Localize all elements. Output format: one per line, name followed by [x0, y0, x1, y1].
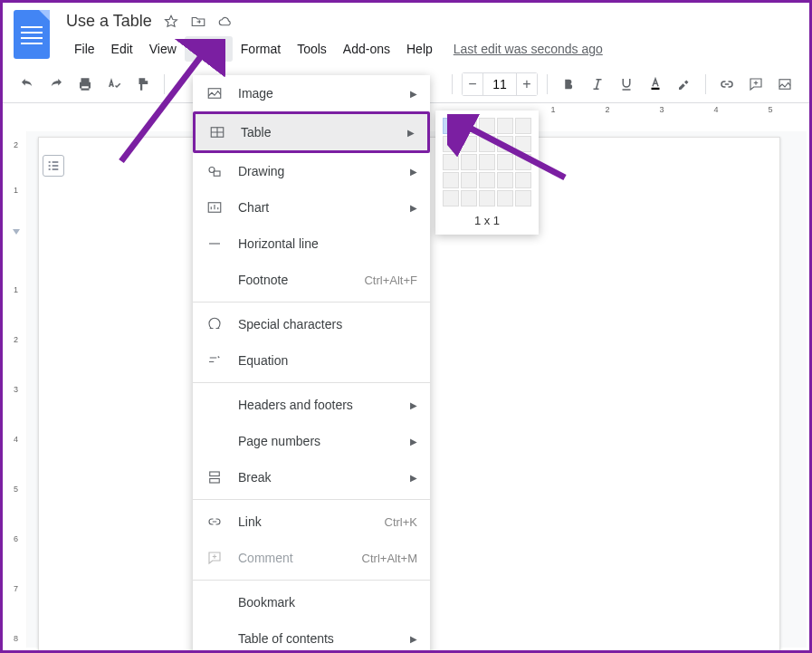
menu-format[interactable]: Format [233, 36, 289, 62]
highlight-button[interactable] [673, 72, 696, 96]
menu-item-link[interactable]: Link Ctrl+K [193, 504, 430, 540]
link-icon [205, 513, 224, 531]
insert-link-button[interactable] [715, 72, 739, 96]
ruler-tick: 4 [713, 105, 718, 114]
font-size-stepper[interactable]: − 11 + [462, 72, 538, 96]
menu-item-chart[interactable]: Chart ▶ [193, 189, 430, 226]
menu-view[interactable]: View [141, 36, 185, 62]
submenu-arrow-icon: ▶ [407, 128, 415, 138]
table-picker-cell[interactable] [515, 136, 531, 152]
menu-help[interactable]: Help [398, 36, 441, 62]
text-color-button[interactable] [644, 72, 667, 96]
insert-image-button[interactable] [773, 72, 797, 96]
ruler-vertical[interactable]: 2 1 1 2 3 4 5 6 7 8 [5, 131, 27, 648]
table-picker-cell[interactable] [443, 172, 459, 188]
last-edit-link[interactable]: Last edit was seconds ago [454, 42, 603, 56]
ruler-mark: 4 [14, 435, 18, 444]
table-picker-cell[interactable] [461, 136, 477, 152]
menu-item-page-numbers[interactable]: Page numbers ▶ [193, 423, 430, 459]
headers-footers-icon [205, 396, 224, 414]
table-icon [208, 123, 226, 141]
spellcheck-button[interactable] [102, 72, 126, 96]
move-folder-icon[interactable] [190, 14, 206, 30]
ruler-indent-marker[interactable] [13, 229, 20, 235]
add-comment-button[interactable] [744, 72, 768, 96]
ruler-horizontal[interactable]: 1 2 3 4 5 [55, 103, 809, 120]
document-title[interactable]: Use a Table [66, 12, 152, 31]
font-size-increase[interactable]: + [516, 72, 538, 96]
drawing-icon [205, 162, 224, 180]
cloud-status-icon[interactable] [217, 14, 234, 30]
shortcut-label: Ctrl+Alt+F [364, 274, 417, 287]
menu-item-special-characters[interactable]: Special characters [193, 306, 430, 342]
table-picker-cell[interactable] [497, 136, 513, 152]
table-picker-cell[interactable] [443, 154, 459, 170]
menu-edit[interactable]: Edit [103, 36, 141, 62]
table-picker-cell[interactable] [479, 154, 495, 170]
paint-format-button[interactable] [131, 72, 155, 96]
table-picker-cell[interactable] [443, 136, 459, 152]
menu-item-footnote[interactable]: Footnote Ctrl+Alt+F [193, 262, 430, 298]
google-docs-logo[interactable] [14, 10, 50, 59]
menu-file[interactable]: File [66, 36, 103, 62]
menu-separator [193, 302, 430, 302]
menu-item-table-of-contents[interactable]: Table of contents ▶ [193, 620, 430, 653]
menu-item-headers-footers[interactable]: Headers and footers ▶ [193, 387, 430, 423]
menu-separator [193, 499, 430, 500]
table-picker-cell[interactable] [515, 190, 531, 206]
table-picker-cell[interactable] [497, 118, 513, 134]
shortcut-label: Ctrl+K [385, 515, 417, 529]
table-size-picker[interactable]: 1 x 1 [435, 110, 539, 235]
undo-button[interactable] [15, 72, 39, 96]
ruler-mark: 2 [14, 335, 18, 344]
table-picker-cell[interactable] [515, 118, 531, 134]
font-size-decrease[interactable]: − [462, 72, 483, 96]
table-picker-size-label: 1 x 1 [443, 206, 531, 227]
submenu-arrow-icon: ▶ [410, 167, 417, 177]
underline-button[interactable] [615, 72, 638, 96]
document-outline-toggle[interactable] [43, 155, 64, 177]
table-picker-cell[interactable] [443, 190, 459, 206]
bold-button[interactable] [557, 72, 580, 96]
menu-item-drawing[interactable]: Drawing ▶ [193, 153, 430, 189]
menu-item-horizontal-line[interactable]: Horizontal line [193, 226, 430, 262]
table-picker-cell[interactable] [515, 172, 531, 188]
table-picker-cell[interactable] [479, 118, 495, 134]
hr-icon [205, 235, 224, 253]
print-button[interactable] [73, 72, 97, 96]
svg-rect-5 [214, 171, 220, 176]
table-picker-cell[interactable] [515, 154, 531, 170]
footnote-icon [205, 271, 224, 289]
menu-item-image[interactable]: Image ▶ [193, 75, 430, 111]
italic-button[interactable] [586, 72, 609, 96]
font-size-value[interactable]: 11 [483, 72, 516, 96]
table-picker-cell[interactable] [461, 118, 477, 134]
special-chars-icon [205, 315, 224, 333]
menu-item-label: Footnote [238, 273, 349, 287]
menu-item-label: Table [241, 125, 393, 139]
table-picker-cell[interactable] [497, 154, 513, 170]
table-picker-cell[interactable] [479, 190, 495, 206]
page-numbers-icon [205, 432, 224, 450]
menu-separator [193, 580, 430, 581]
menu-item-equation[interactable]: Equation [193, 342, 430, 379]
menu-addons[interactable]: Add-ons [335, 36, 398, 62]
menu-item-label: Break [238, 470, 396, 485]
menu-insert[interactable]: Insert [185, 36, 233, 62]
chart-icon [205, 198, 224, 216]
menu-tools[interactable]: Tools [289, 36, 335, 62]
table-picker-cell[interactable] [461, 190, 477, 206]
table-picker-cell[interactable] [461, 154, 477, 170]
table-picker-cell[interactable] [497, 172, 513, 188]
redo-button[interactable] [44, 72, 68, 96]
table-picker-cell[interactable] [497, 190, 513, 206]
menu-item-break[interactable]: Break ▶ [193, 459, 430, 495]
table-picker-cell[interactable] [443, 118, 459, 134]
menu-item-bookmark[interactable]: Bookmark [193, 584, 430, 620]
table-picker-cell[interactable] [479, 136, 495, 152]
star-icon[interactable] [163, 14, 179, 30]
table-picker-cell[interactable] [479, 172, 495, 188]
menu-item-table[interactable]: Table ▶ [193, 111, 430, 153]
ruler-mark: 1 [14, 285, 18, 294]
table-picker-cell[interactable] [461, 172, 477, 188]
